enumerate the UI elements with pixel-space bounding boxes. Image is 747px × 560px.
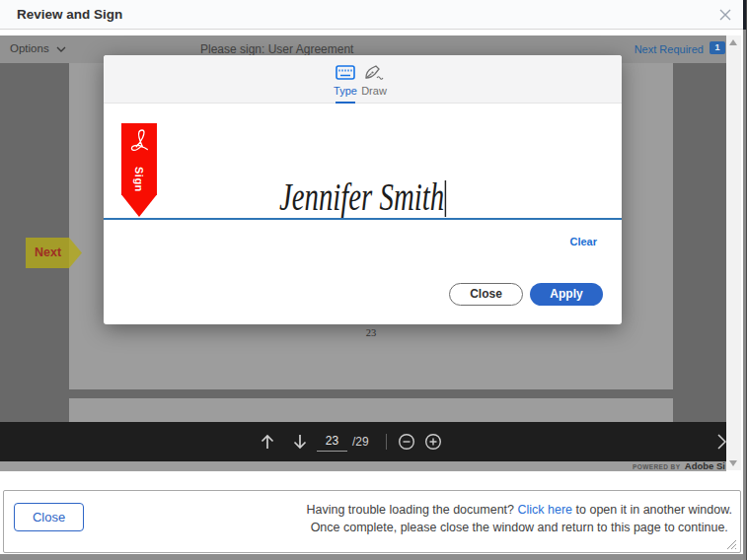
next-tag-label: Next [35, 245, 61, 259]
footer-panel: Close Having trouble loading the documen… [3, 490, 741, 553]
signature-dialog: Type Draw Sign Jennifer Smith [104, 55, 622, 324]
next-page-button[interactable] [291, 433, 309, 451]
keyboard-icon [336, 65, 355, 80]
signature-text: Jennifer Smith [279, 175, 444, 219]
toolbar-divider [386, 434, 387, 450]
next-required-link[interactable]: Next Required [635, 43, 704, 55]
footer-close-button[interactable]: Close [14, 503, 84, 531]
tab-draw[interactable]: Draw [357, 55, 391, 104]
footer-line1-after: to open it in another window. [572, 503, 732, 517]
modal-title: Review and Sign [17, 7, 122, 22]
page-total-label: /29 [352, 435, 369, 449]
tab-draw-label: Draw [357, 85, 391, 97]
viewer-background: Options Please sign: User Agreement Next… [0, 35, 726, 471]
close-icon[interactable] [719, 9, 731, 21]
powered-by-strip: POWERED BY Adobe Si [0, 461, 726, 471]
adobe-acrobat-logo-icon [126, 128, 152, 158]
pdf-toolbar: 23 /29 [0, 422, 726, 461]
clear-link[interactable]: Clear [569, 236, 597, 247]
previous-page-button[interactable] [259, 433, 276, 451]
chevron-right-icon[interactable] [714, 432, 726, 450]
zoom-out-icon[interactable] [398, 433, 415, 451]
bottom-page-strip [0, 554, 747, 560]
signature-baseline [104, 218, 622, 220]
chevron-down-icon [56, 46, 66, 52]
page-number-label: 23 [69, 327, 673, 338]
text-caret [445, 180, 446, 217]
signature-area[interactable]: Jennifer Smith [104, 172, 622, 219]
background-page-strip [743, 0, 747, 560]
resize-handle-icon[interactable] [726, 539, 737, 550]
zoom-in-icon[interactable] [424, 433, 442, 451]
page-number-input[interactable]: 23 [317, 431, 347, 452]
scrollbar-down-icon[interactable] [729, 460, 737, 466]
click-here-link[interactable]: Click here [518, 503, 573, 517]
options-menu[interactable]: Options [10, 42, 49, 54]
adobe-sign-brand: Adobe Si [685, 461, 725, 471]
signature-dialog-header: Type Draw [104, 55, 622, 104]
modal-header: Review and Sign [0, 0, 743, 30]
sign-instruction: Please sign: User Agreement [200, 42, 353, 56]
dialog-close-button[interactable]: Close [449, 283, 523, 306]
background-page-header [743, 0, 746, 30]
footer-help-text: Having trouble loading the document? Cli… [306, 502, 732, 536]
tab-type-underline [336, 102, 355, 105]
document-viewer: Options Please sign: User Agreement Next… [0, 35, 743, 471]
viewer-scrollbar[interactable] [726, 35, 741, 470]
pen-icon [364, 65, 384, 81]
signature-wrap: Jennifer Smith [279, 175, 446, 219]
powered-by-label: POWERED BY [633, 463, 680, 470]
footer-line2: Once complete, please close the window a… [311, 521, 728, 534]
footer-line1-before: Having trouble loading the document? [306, 503, 517, 517]
apply-button[interactable]: Apply [530, 283, 603, 306]
scrollbar-up-icon[interactable] [729, 39, 737, 45]
next-required-badge: 1 [710, 41, 725, 54]
